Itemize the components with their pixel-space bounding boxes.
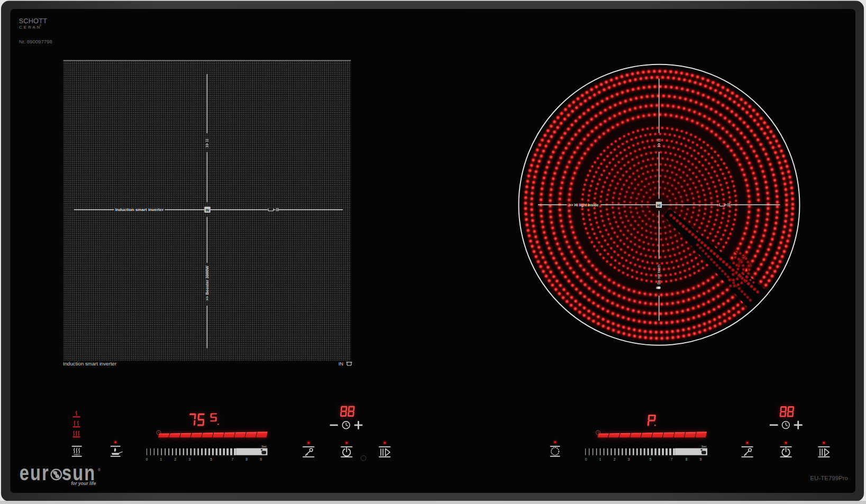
svg-text:3sec: 3sec [701,445,707,448]
svg-text:®: ® [40,24,42,27]
svg-text:SCHOTT: SCHOTT [19,17,48,25]
svg-text:3sec: 3sec [261,445,267,448]
svg-text:Induction smart inverter: Induction smart inverter [115,207,164,212]
svg-text:5: 5 [650,457,652,461]
svg-text:0: 0 [585,457,587,461]
svg-text:1: 1 [160,457,162,461]
svg-text:>> Hi light inside: >> Hi light inside [569,203,598,207]
svg-text:5: 5 [210,457,212,461]
svg-text:2: 2 [614,457,616,461]
svg-text:3: 3 [628,457,630,461]
svg-text:Induction smart inverter: Induction smart inverter [63,361,117,366]
svg-text:®: ® [98,468,101,472]
svg-text:9: 9 [700,457,702,461]
svg-text:9: 9 [260,457,262,461]
svg-text:2: 2 [174,457,176,461]
svg-text:warm: warm [74,453,80,456]
svg-text:C E R A N: C E R A N [19,25,40,30]
svg-text:EU-TE799Pro: EU-TE799Pro [810,475,848,481]
svg-text:for your life: for your life [71,481,96,486]
svg-text:8: 8 [245,457,248,461]
svg-text:8: 8 [686,457,688,461]
svg-text:IN: IN [339,361,343,366]
svg-text:eur: eur [20,461,50,484]
svg-text:Nr. 890097798: Nr. 890097798 [19,39,52,44]
svg-text:Do not touch: Do not touch [657,264,661,285]
svg-text:HI: HI [657,204,661,207]
svg-text:1: 1 [599,457,601,461]
svg-text:3: 3 [189,457,191,461]
svg-text:0: 0 [146,457,148,461]
svg-text:7: 7 [232,457,234,461]
svg-text:IN: IN [206,208,209,212]
svg-text:7: 7 [671,457,673,461]
svg-text:>> Booster 3000W: >> Booster 3000W [205,265,209,301]
